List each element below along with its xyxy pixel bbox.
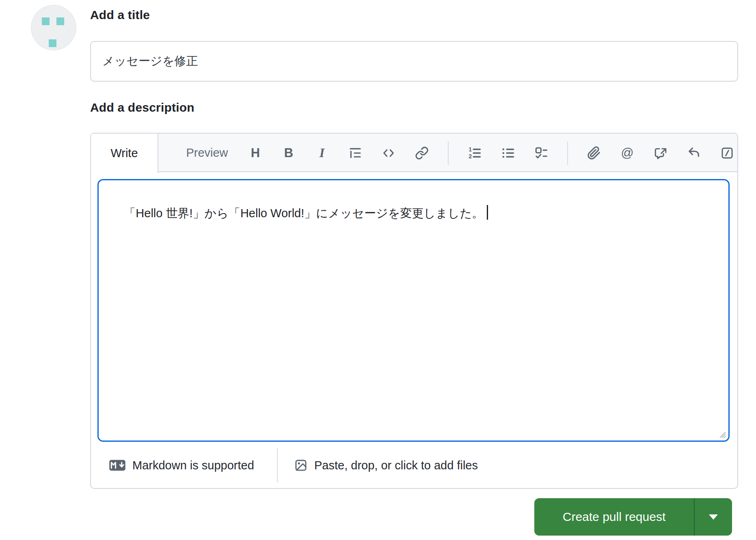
add-title-heading: Add a title: [90, 8, 150, 22]
quote-button[interactable]: [348, 146, 363, 160]
resize-handle[interactable]: [717, 429, 727, 439]
attach-files-button[interactable]: Paste, drop, or click to add files: [294, 443, 478, 488]
svg-text:2: 2: [469, 153, 472, 160]
markdown-supported-link[interactable]: Markdown is supported: [109, 443, 254, 488]
italic-icon: I: [320, 145, 324, 160]
bold-icon: B: [284, 146, 293, 160]
slash-commands-icon: [720, 146, 734, 160]
text-cursor: [487, 205, 488, 220]
create-pull-request-label: Create pull request: [563, 510, 665, 524]
toolbar-divider: [448, 141, 449, 165]
tab-preview[interactable]: Preview: [158, 134, 256, 172]
create-pull-request-split-button: Create pull request: [534, 498, 732, 536]
description-text: 「Hello 世界!」から「Hello World!」にメッセージを変更しました…: [124, 207, 484, 220]
description-textarea[interactable]: 「Hello 世界!」から「Hello World!」にメッセージを変更しました…: [97, 179, 730, 442]
tab-write[interactable]: Write: [91, 134, 158, 173]
unordered-list-icon: [501, 146, 515, 160]
heading-button[interactable]: H: [248, 146, 263, 160]
task-list-button[interactable]: [534, 146, 549, 160]
avatar-identicon-square: [42, 17, 50, 25]
code-icon: [382, 146, 395, 160]
link-icon: [415, 146, 429, 160]
avatar-identicon-square: [56, 17, 64, 25]
tab-preview-label: Preview: [186, 146, 228, 160]
chevron-down-icon: [709, 514, 718, 520]
ordered-list-icon: 1 2: [468, 146, 482, 160]
create-pull-request-dropdown[interactable]: [695, 498, 732, 536]
attach-files-label: Paste, drop, or click to add files: [314, 459, 478, 472]
description-editor: Write Preview H B I: [90, 133, 738, 489]
saved-replies-button[interactable]: [687, 146, 701, 160]
add-description-heading: Add a description: [90, 101, 194, 114]
title-input[interactable]: [90, 41, 738, 82]
cross-reference-button[interactable]: [653, 146, 668, 160]
footer-divider: [277, 448, 278, 482]
pull-request-form: Add a title Add a description Write Prev…: [0, 0, 756, 540]
create-pull-request-button[interactable]: Create pull request: [534, 498, 694, 536]
toolbar-divider: [567, 141, 568, 165]
ordered-list-button[interactable]: 1 2: [467, 146, 482, 160]
mention-icon: @: [621, 146, 633, 160]
unordered-list-button[interactable]: [501, 146, 515, 160]
task-list-icon: [534, 146, 548, 160]
paperclip-icon: [587, 146, 601, 160]
code-button[interactable]: [381, 146, 396, 160]
quote-icon: [348, 146, 362, 160]
slash-commands-button[interactable]: [720, 146, 734, 160]
italic-button[interactable]: I: [315, 146, 329, 160]
bold-button[interactable]: B: [281, 146, 296, 160]
markdown-supported-label: Markdown is supported: [132, 459, 254, 472]
image-icon: [294, 458, 308, 472]
link-button[interactable]: [415, 146, 429, 160]
markdown-icon: [109, 460, 126, 471]
svg-text:1: 1: [469, 146, 472, 153]
mention-button[interactable]: @: [620, 146, 635, 160]
reply-icon: [687, 146, 701, 160]
avatar-identicon-square: [49, 39, 56, 47]
cross-reference-icon: [654, 146, 667, 160]
markdown-toolbar: H B I: [248, 134, 734, 172]
attach-file-button[interactable]: [587, 146, 601, 160]
avatar: [31, 5, 76, 50]
tab-write-label: Write: [110, 147, 138, 160]
heading-icon: H: [251, 146, 260, 160]
